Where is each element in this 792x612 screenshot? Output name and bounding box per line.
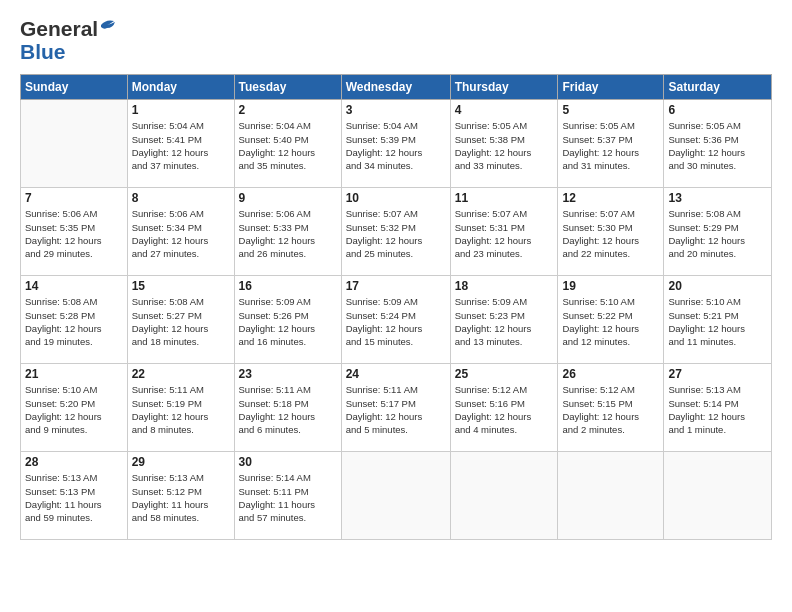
day-info-27: Sunrise: 5:13 AM Sunset: 5:14 PM Dayligh… [668,383,767,436]
cell-w3-d0: 14Sunrise: 5:08 AM Sunset: 5:28 PM Dayli… [21,276,128,364]
day-info-9: Sunrise: 5:06 AM Sunset: 5:33 PM Dayligh… [239,207,337,260]
col-thursday: Thursday [450,75,558,100]
logo-display: General Blue [20,16,118,64]
cell-w5-d4 [450,452,558,540]
cell-w2-d4: 11Sunrise: 5:07 AM Sunset: 5:31 PM Dayli… [450,188,558,276]
day-info-21: Sunrise: 5:10 AM Sunset: 5:20 PM Dayligh… [25,383,123,436]
cell-w2-d1: 8Sunrise: 5:06 AM Sunset: 5:34 PM Daylig… [127,188,234,276]
day-number-26: 26 [562,367,659,381]
day-number-12: 12 [562,191,659,205]
day-number-17: 17 [346,279,446,293]
cell-w5-d0: 28Sunrise: 5:13 AM Sunset: 5:13 PM Dayli… [21,452,128,540]
day-info-3: Sunrise: 5:04 AM Sunset: 5:39 PM Dayligh… [346,119,446,172]
cell-w2-d5: 12Sunrise: 5:07 AM Sunset: 5:30 PM Dayli… [558,188,664,276]
cell-w5-d5 [558,452,664,540]
day-number-11: 11 [455,191,554,205]
cell-w5-d2: 30Sunrise: 5:14 AM Sunset: 5:11 PM Dayli… [234,452,341,540]
cell-w2-d3: 10Sunrise: 5:07 AM Sunset: 5:32 PM Dayli… [341,188,450,276]
day-number-28: 28 [25,455,123,469]
cell-w1-d6: 6Sunrise: 5:05 AM Sunset: 5:36 PM Daylig… [664,100,772,188]
day-info-17: Sunrise: 5:09 AM Sunset: 5:24 PM Dayligh… [346,295,446,348]
day-info-2: Sunrise: 5:04 AM Sunset: 5:40 PM Dayligh… [239,119,337,172]
week-row-3: 14Sunrise: 5:08 AM Sunset: 5:28 PM Dayli… [21,276,772,364]
cell-w4-d4: 25Sunrise: 5:12 AM Sunset: 5:16 PM Dayli… [450,364,558,452]
day-number-29: 29 [132,455,230,469]
cell-w5-d1: 29Sunrise: 5:13 AM Sunset: 5:12 PM Dayli… [127,452,234,540]
logo-bird-icon [100,18,118,32]
cell-w3-d5: 19Sunrise: 5:10 AM Sunset: 5:22 PM Dayli… [558,276,664,364]
col-monday: Monday [127,75,234,100]
cell-w3-d2: 16Sunrise: 5:09 AM Sunset: 5:26 PM Dayli… [234,276,341,364]
cell-w2-d2: 9Sunrise: 5:06 AM Sunset: 5:33 PM Daylig… [234,188,341,276]
day-number-30: 30 [239,455,337,469]
col-saturday: Saturday [664,75,772,100]
cell-w4-d0: 21Sunrise: 5:10 AM Sunset: 5:20 PM Dayli… [21,364,128,452]
cell-w1-d0 [21,100,128,188]
day-number-22: 22 [132,367,230,381]
day-number-21: 21 [25,367,123,381]
cell-w1-d5: 5Sunrise: 5:05 AM Sunset: 5:37 PM Daylig… [558,100,664,188]
day-number-4: 4 [455,103,554,117]
cell-w3-d1: 15Sunrise: 5:08 AM Sunset: 5:27 PM Dayli… [127,276,234,364]
day-number-9: 9 [239,191,337,205]
cell-w1-d2: 2Sunrise: 5:04 AM Sunset: 5:40 PM Daylig… [234,100,341,188]
day-number-7: 7 [25,191,123,205]
cell-w1-d1: 1Sunrise: 5:04 AM Sunset: 5:41 PM Daylig… [127,100,234,188]
calendar-page: General Blue Sunday Monday Tuesday Wedne… [0,0,792,612]
day-number-27: 27 [668,367,767,381]
day-info-24: Sunrise: 5:11 AM Sunset: 5:17 PM Dayligh… [346,383,446,436]
day-info-1: Sunrise: 5:04 AM Sunset: 5:41 PM Dayligh… [132,119,230,172]
day-info-29: Sunrise: 5:13 AM Sunset: 5:12 PM Dayligh… [132,471,230,524]
week-row-4: 21Sunrise: 5:10 AM Sunset: 5:20 PM Dayli… [21,364,772,452]
day-number-14: 14 [25,279,123,293]
day-number-19: 19 [562,279,659,293]
cell-w1-d3: 3Sunrise: 5:04 AM Sunset: 5:39 PM Daylig… [341,100,450,188]
day-info-14: Sunrise: 5:08 AM Sunset: 5:28 PM Dayligh… [25,295,123,348]
week-row-1: 1Sunrise: 5:04 AM Sunset: 5:41 PM Daylig… [21,100,772,188]
cell-w5-d6 [664,452,772,540]
calendar-header-row: Sunday Monday Tuesday Wednesday Thursday… [21,75,772,100]
day-info-10: Sunrise: 5:07 AM Sunset: 5:32 PM Dayligh… [346,207,446,260]
day-info-12: Sunrise: 5:07 AM Sunset: 5:30 PM Dayligh… [562,207,659,260]
day-number-8: 8 [132,191,230,205]
day-info-5: Sunrise: 5:05 AM Sunset: 5:37 PM Dayligh… [562,119,659,172]
day-number-10: 10 [346,191,446,205]
cell-w3-d3: 17Sunrise: 5:09 AM Sunset: 5:24 PM Dayli… [341,276,450,364]
header: General Blue [20,16,772,64]
day-info-19: Sunrise: 5:10 AM Sunset: 5:22 PM Dayligh… [562,295,659,348]
day-info-23: Sunrise: 5:11 AM Sunset: 5:18 PM Dayligh… [239,383,337,436]
day-number-3: 3 [346,103,446,117]
logo: General Blue [20,16,118,64]
cell-w1-d4: 4Sunrise: 5:05 AM Sunset: 5:38 PM Daylig… [450,100,558,188]
logo-general: General [20,16,98,41]
cell-w2-d0: 7Sunrise: 5:06 AM Sunset: 5:35 PM Daylig… [21,188,128,276]
day-info-30: Sunrise: 5:14 AM Sunset: 5:11 PM Dayligh… [239,471,337,524]
day-info-28: Sunrise: 5:13 AM Sunset: 5:13 PM Dayligh… [25,471,123,524]
day-info-26: Sunrise: 5:12 AM Sunset: 5:15 PM Dayligh… [562,383,659,436]
cell-w2-d6: 13Sunrise: 5:08 AM Sunset: 5:29 PM Dayli… [664,188,772,276]
day-info-20: Sunrise: 5:10 AM Sunset: 5:21 PM Dayligh… [668,295,767,348]
day-info-4: Sunrise: 5:05 AM Sunset: 5:38 PM Dayligh… [455,119,554,172]
col-sunday: Sunday [21,75,128,100]
col-tuesday: Tuesday [234,75,341,100]
day-info-22: Sunrise: 5:11 AM Sunset: 5:19 PM Dayligh… [132,383,230,436]
calendar-table: Sunday Monday Tuesday Wednesday Thursday… [20,74,772,540]
day-info-25: Sunrise: 5:12 AM Sunset: 5:16 PM Dayligh… [455,383,554,436]
day-number-5: 5 [562,103,659,117]
cell-w4-d3: 24Sunrise: 5:11 AM Sunset: 5:17 PM Dayli… [341,364,450,452]
day-info-18: Sunrise: 5:09 AM Sunset: 5:23 PM Dayligh… [455,295,554,348]
col-wednesday: Wednesday [341,75,450,100]
day-info-15: Sunrise: 5:08 AM Sunset: 5:27 PM Dayligh… [132,295,230,348]
day-number-2: 2 [239,103,337,117]
day-number-24: 24 [346,367,446,381]
day-number-25: 25 [455,367,554,381]
cell-w3-d4: 18Sunrise: 5:09 AM Sunset: 5:23 PM Dayli… [450,276,558,364]
logo-blue: Blue [20,39,118,64]
cell-w4-d6: 27Sunrise: 5:13 AM Sunset: 5:14 PM Dayli… [664,364,772,452]
day-info-7: Sunrise: 5:06 AM Sunset: 5:35 PM Dayligh… [25,207,123,260]
day-info-8: Sunrise: 5:06 AM Sunset: 5:34 PM Dayligh… [132,207,230,260]
day-number-18: 18 [455,279,554,293]
day-number-23: 23 [239,367,337,381]
col-friday: Friday [558,75,664,100]
day-number-16: 16 [239,279,337,293]
